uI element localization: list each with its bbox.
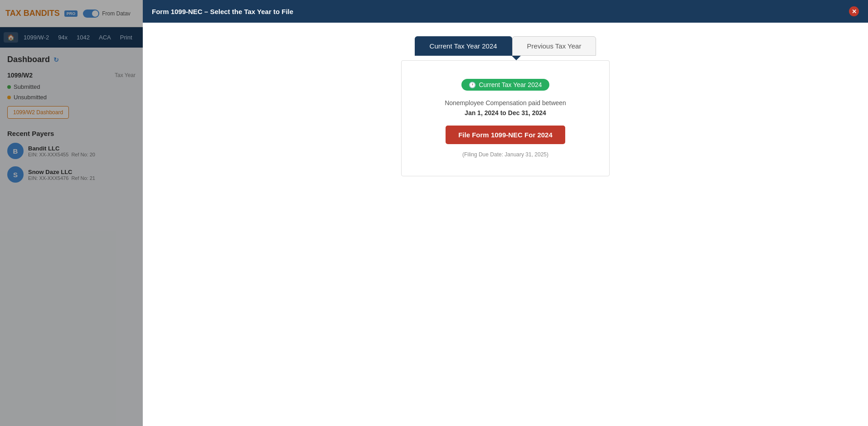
- modal-dialog: Form 1099-NEC – Select the Tax Year to F…: [143, 0, 868, 426]
- clock-icon: 🕐: [469, 82, 476, 88]
- badge-label: Current Tax Year 2024: [479, 81, 542, 88]
- filing-note: (Filing Due Date: January 31, 2025): [462, 151, 548, 158]
- tab-arrow: [512, 56, 521, 60]
- tab-row: Current Tax Year 2024 Previous Tax Year: [415, 36, 596, 56]
- modal-header: Form 1099-NEC – Select the Tax Year to F…: [143, 0, 868, 23]
- current-year-badge: 🕐 Current Tax Year 2024: [461, 79, 549, 91]
- date-range: Jan 1, 2024 to Dec 31, 2024: [465, 109, 546, 116]
- card-description: Nonemployee Compensation paid between Ja…: [445, 98, 566, 118]
- modal-body: Current Tax Year 2024 Previous Tax Year …: [143, 23, 868, 426]
- tab-current-tax-year[interactable]: Current Tax Year 2024: [415, 36, 512, 56]
- content-card: 🕐 Current Tax Year 2024 Nonemployee Comp…: [401, 60, 610, 176]
- tab-previous-tax-year[interactable]: Previous Tax Year: [512, 36, 596, 56]
- close-icon[interactable]: ✕: [849, 6, 859, 16]
- modal-title: Form 1099-NEC – Select the Tax Year to F…: [152, 8, 293, 15]
- file-form-button[interactable]: File Form 1099-NEC For 2024: [446, 126, 565, 144]
